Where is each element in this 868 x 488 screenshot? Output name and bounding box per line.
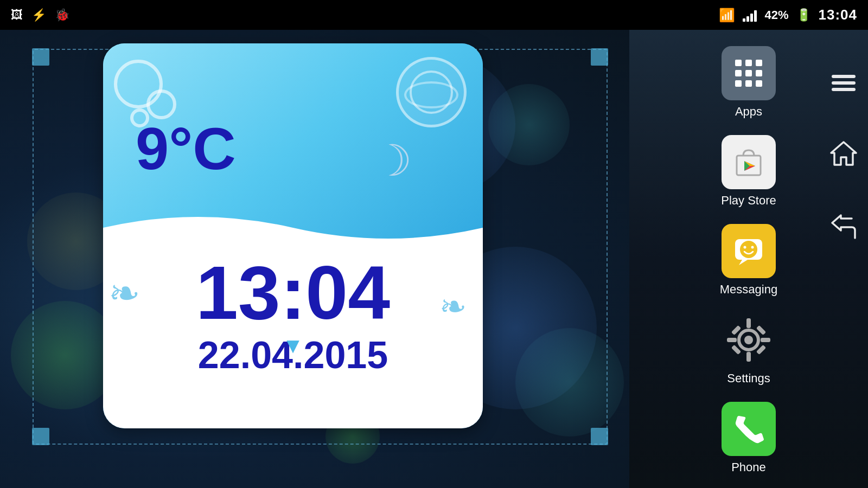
svg-rect-24: [761, 338, 770, 342]
svg-rect-2: [756, 60, 762, 66]
sidebar-item-playstore[interactable]: Play Store: [700, 130, 797, 213]
svg-point-18: [751, 246, 754, 249]
sidebar-item-messaging[interactable]: Messaging: [700, 219, 797, 302]
playstore-label: Play Store: [721, 194, 776, 208]
sidebar-item-apps[interactable]: Apps: [700, 41, 797, 124]
nav-buttons: [830, 73, 857, 244]
svg-rect-31: [832, 88, 856, 91]
svg-marker-32: [831, 142, 856, 165]
svg-rect-7: [745, 80, 752, 87]
debug-icon: 🐞: [55, 8, 69, 22]
svg-rect-3: [735, 70, 742, 76]
svg-point-16: [740, 241, 757, 258]
weather-widget[interactable]: 9°C ☽ ❧ 13:04 ❧: [103, 43, 483, 428]
svg-rect-22: [746, 352, 751, 362]
corner-tl: [32, 48, 49, 66]
sidebar-item-settings[interactable]: Settings: [700, 307, 797, 391]
time-display: 13:04: [103, 249, 483, 331]
svg-point-20: [744, 336, 753, 344]
home-button[interactable]: [830, 141, 857, 171]
wallpaper: 9°C ☽ ❧ 13:04 ❧: [0, 30, 629, 488]
signal-bars: [743, 9, 757, 22]
back-button[interactable]: [830, 214, 857, 244]
hamburger-button[interactable]: [832, 73, 856, 98]
svg-rect-21: [746, 318, 751, 328]
sidebar-item-phone[interactable]: Phone: [700, 396, 797, 480]
widget-bottom: ❧ 13:04 ❧ ▼ 22.04.2015: [103, 249, 483, 428]
svg-rect-23: [727, 338, 737, 342]
battery-icon: 🔋: [796, 8, 811, 22]
svg-rect-0: [735, 60, 742, 66]
battery-percentage: 42%: [764, 8, 788, 22]
usb-icon: ⚡: [31, 8, 46, 22]
status-left-icons: 🖼 ⚡ 🐞: [11, 8, 69, 22]
playstore-icon: [722, 135, 776, 189]
svg-point-17: [744, 246, 746, 249]
svg-rect-30: [832, 81, 856, 85]
arrow-down: ▼: [282, 333, 304, 358]
cloud-decoration: [396, 57, 467, 127]
messaging-label: Messaging: [720, 282, 777, 297]
status-right-icons: 📶 42% 🔋 13:04: [719, 7, 857, 23]
apps-label: Apps: [735, 105, 762, 119]
phone-label: Phone: [731, 460, 766, 474]
phone-icon: [722, 402, 776, 456]
svg-rect-4: [745, 70, 752, 76]
svg-rect-29: [832, 75, 856, 78]
main-area: 9°C ☽ ❧ 13:04 ❧: [0, 30, 629, 488]
gallery-icon: 🖼: [11, 8, 23, 22]
apps-icon: [722, 46, 776, 100]
clock: 13:04: [819, 7, 858, 23]
messaging-icon: [722, 224, 776, 278]
status-bar: 🖼 ⚡ 🐞 📶 42% 🔋 13:04: [0, 0, 868, 30]
moon-icon: ☽: [373, 136, 412, 186]
wave-divider: [103, 206, 483, 249]
svg-rect-5: [756, 70, 762, 76]
settings-label: Settings: [727, 371, 770, 386]
swirl-right: ❧: [439, 287, 467, 325]
widget-top: 9°C ☽: [103, 43, 483, 249]
svg-marker-15: [739, 260, 748, 265]
svg-rect-1: [745, 60, 752, 66]
temperature-display: 9°C: [136, 114, 236, 183]
corner-tr: [591, 48, 608, 66]
sidebar-main: Apps Play Store: [694, 41, 803, 480]
corner-br: [591, 428, 608, 445]
sidebar: Apps Play Store: [629, 30, 868, 488]
wifi-icon: 📶: [719, 8, 735, 23]
corner-bl: [32, 428, 49, 445]
svg-rect-8: [756, 80, 762, 87]
svg-rect-6: [735, 80, 742, 87]
settings-icon: [722, 313, 776, 367]
